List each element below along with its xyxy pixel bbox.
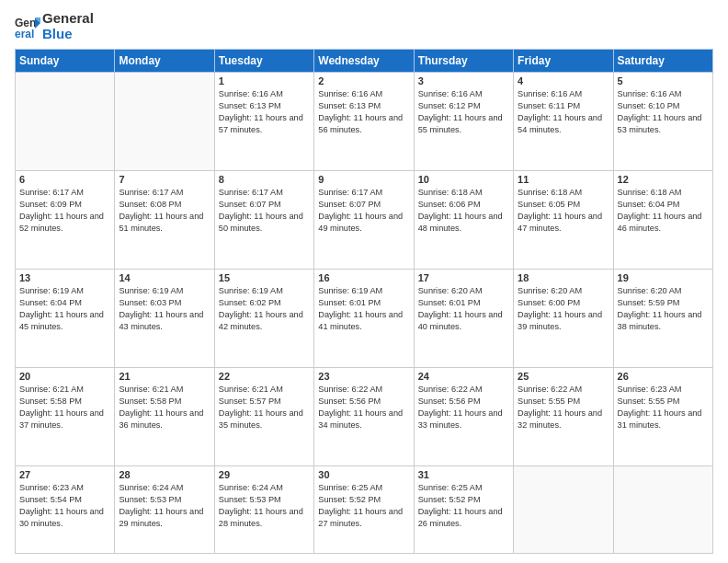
day-info: Sunrise: 6:21 AMSunset: 5:57 PMDaylight:… [219,384,310,431]
day-cell: 27Sunrise: 6:23 AMSunset: 5:54 PMDayligh… [16,466,115,554]
day-number: 18 [518,272,609,283]
day-number: 10 [418,174,509,185]
week-row-2: 6Sunrise: 6:17 AMSunset: 6:09 PMDaylight… [16,171,713,270]
day-cell: 11Sunrise: 6:18 AMSunset: 6:05 PMDayligh… [514,171,613,270]
day-cell [613,466,712,554]
day-number: 26 [618,371,709,382]
day-info: Sunrise: 6:22 AMSunset: 5:55 PMDaylight:… [518,384,609,431]
day-number: 24 [418,371,509,382]
logo: Gen eral General Blue [15,11,94,41]
day-info: Sunrise: 6:20 AMSunset: 5:59 PMDaylight:… [618,285,709,333]
calendar-table: SundayMondayTuesdayWednesdayThursdayFrid… [15,49,713,554]
day-number: 23 [318,371,409,382]
day-info: Sunrise: 6:18 AMSunset: 6:04 PMDaylight:… [618,187,709,235]
day-number: 28 [119,469,210,480]
week-row-1: 1Sunrise: 6:16 AMSunset: 6:13 PMDaylight… [16,73,713,171]
day-number: 31 [418,469,509,480]
logo-icon: Gen eral [15,14,40,40]
day-info: Sunrise: 6:20 AMSunset: 6:01 PMDaylight:… [418,285,509,333]
day-number: 14 [119,272,210,283]
day-cell: 24Sunrise: 6:22 AMSunset: 5:56 PMDayligh… [414,368,513,466]
day-number: 21 [119,371,210,382]
day-cell: 28Sunrise: 6:24 AMSunset: 5:53 PMDayligh… [115,466,214,554]
day-cell: 10Sunrise: 6:18 AMSunset: 6:06 PMDayligh… [414,171,513,270]
day-info: Sunrise: 6:21 AMSunset: 5:58 PMDaylight:… [19,384,110,431]
day-cell: 21Sunrise: 6:21 AMSunset: 5:58 PMDayligh… [115,368,214,466]
day-info: Sunrise: 6:22 AMSunset: 5:56 PMDaylight:… [418,384,509,431]
day-number: 27 [19,469,110,480]
day-cell: 8Sunrise: 6:17 AMSunset: 6:07 PMDaylight… [214,171,313,270]
day-number: 15 [219,272,310,283]
day-cell [115,73,214,171]
day-number: 3 [418,75,509,86]
day-number: 2 [318,75,409,86]
week-row-5: 27Sunrise: 6:23 AMSunset: 5:54 PMDayligh… [16,466,713,554]
day-cell: 6Sunrise: 6:17 AMSunset: 6:09 PMDaylight… [16,171,115,270]
day-number: 12 [618,174,709,185]
day-info: Sunrise: 6:23 AMSunset: 5:55 PMDaylight:… [618,384,709,431]
day-info: Sunrise: 6:19 AMSunset: 6:03 PMDaylight:… [119,285,210,333]
day-cell: 7Sunrise: 6:17 AMSunset: 6:08 PMDaylight… [115,171,214,270]
day-number: 13 [19,272,110,283]
day-cell: 9Sunrise: 6:17 AMSunset: 6:07 PMDaylight… [314,171,414,270]
day-cell: 1Sunrise: 6:16 AMSunset: 6:13 PMDaylight… [214,73,313,171]
day-info: Sunrise: 6:16 AMSunset: 6:11 PMDaylight:… [518,88,609,136]
day-info: Sunrise: 6:17 AMSunset: 6:07 PMDaylight:… [318,187,409,235]
day-number: 9 [318,174,409,185]
day-cell: 3Sunrise: 6:16 AMSunset: 6:12 PMDaylight… [414,73,513,171]
day-cell: 5Sunrise: 6:16 AMSunset: 6:10 PMDaylight… [613,73,712,171]
day-cell: 30Sunrise: 6:25 AMSunset: 5:52 PMDayligh… [314,466,414,554]
day-info: Sunrise: 6:23 AMSunset: 5:54 PMDaylight:… [19,482,110,530]
day-cell: 15Sunrise: 6:19 AMSunset: 6:02 PMDayligh… [214,270,313,368]
day-number: 29 [219,469,310,480]
day-cell: 17Sunrise: 6:20 AMSunset: 6:01 PMDayligh… [414,270,513,368]
day-cell: 12Sunrise: 6:18 AMSunset: 6:04 PMDayligh… [613,171,712,270]
day-number: 5 [618,75,709,86]
weekday-monday: Monday [115,50,214,73]
day-info: Sunrise: 6:20 AMSunset: 6:00 PMDaylight:… [518,285,609,333]
day-info: Sunrise: 6:22 AMSunset: 5:56 PMDaylight:… [318,384,409,431]
day-info: Sunrise: 6:18 AMSunset: 6:06 PMDaylight:… [418,187,509,235]
weekday-sunday: Sunday [16,50,115,73]
day-number: 6 [19,174,110,185]
day-info: Sunrise: 6:21 AMSunset: 5:58 PMDaylight:… [119,384,210,431]
day-cell: 31Sunrise: 6:25 AMSunset: 5:52 PMDayligh… [414,466,513,554]
day-cell [514,466,613,554]
logo-text: General Blue [42,11,94,41]
weekday-wednesday: Wednesday [314,50,414,73]
day-cell [16,73,115,171]
day-number: 17 [418,272,509,283]
day-cell: 16Sunrise: 6:19 AMSunset: 6:01 PMDayligh… [314,270,414,368]
weekday-friday: Friday [514,50,613,73]
day-cell: 26Sunrise: 6:23 AMSunset: 5:55 PMDayligh… [613,368,712,466]
day-info: Sunrise: 6:17 AMSunset: 6:08 PMDaylight:… [119,187,210,235]
svg-text:eral: eral [15,28,34,40]
day-cell: 2Sunrise: 6:16 AMSunset: 6:13 PMDaylight… [314,73,414,171]
day-info: Sunrise: 6:17 AMSunset: 6:09 PMDaylight:… [19,187,110,235]
weekday-tuesday: Tuesday [214,50,313,73]
day-cell: 18Sunrise: 6:20 AMSunset: 6:00 PMDayligh… [514,270,613,368]
day-number: 8 [219,174,310,185]
page-header: Gen eral General Blue [15,11,713,41]
day-info: Sunrise: 6:16 AMSunset: 6:12 PMDaylight:… [418,88,509,136]
day-info: Sunrise: 6:19 AMSunset: 6:02 PMDaylight:… [219,285,310,333]
day-info: Sunrise: 6:16 AMSunset: 6:10 PMDaylight:… [618,88,709,136]
day-cell: 25Sunrise: 6:22 AMSunset: 5:55 PMDayligh… [514,368,613,466]
day-info: Sunrise: 6:18 AMSunset: 6:05 PMDaylight:… [518,187,609,235]
day-number: 7 [119,174,210,185]
weekday-saturday: Saturday [613,50,712,73]
day-number: 22 [219,371,310,382]
day-number: 1 [219,75,310,86]
day-info: Sunrise: 6:16 AMSunset: 6:13 PMDaylight:… [219,88,310,136]
day-cell: 22Sunrise: 6:21 AMSunset: 5:57 PMDayligh… [214,368,313,466]
day-number: 19 [618,272,709,283]
day-info: Sunrise: 6:25 AMSunset: 5:52 PMDaylight:… [418,482,509,530]
day-cell: 14Sunrise: 6:19 AMSunset: 6:03 PMDayligh… [115,270,214,368]
weekday-thursday: Thursday [414,50,513,73]
day-cell: 4Sunrise: 6:16 AMSunset: 6:11 PMDaylight… [514,73,613,171]
day-info: Sunrise: 6:24 AMSunset: 5:53 PMDaylight:… [219,482,310,530]
day-info: Sunrise: 6:24 AMSunset: 5:53 PMDaylight:… [119,482,210,530]
day-info: Sunrise: 6:19 AMSunset: 6:04 PMDaylight:… [19,285,110,333]
week-row-4: 20Sunrise: 6:21 AMSunset: 5:58 PMDayligh… [16,368,713,466]
week-row-3: 13Sunrise: 6:19 AMSunset: 6:04 PMDayligh… [16,270,713,368]
